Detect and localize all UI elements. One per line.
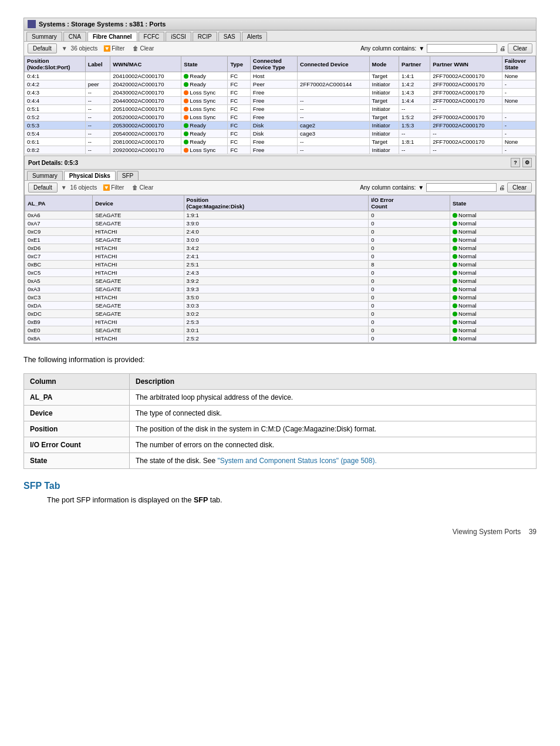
disk-cell-state: Normal xyxy=(450,211,535,220)
detail-filter-button[interactable]: 🔽 Filter xyxy=(100,184,126,191)
table-row[interactable]: 0:5:2 -- 20520002AC000170 Loss Sync FC F… xyxy=(25,113,536,121)
status-dot xyxy=(453,238,457,242)
detail-tab-physical-disks[interactable]: Physical Disks xyxy=(64,171,116,180)
disk-cell-alpa: 0xC5 xyxy=(25,269,93,277)
disk-cell-io-error: 0 xyxy=(369,252,450,261)
table-row[interactable]: 0xA5 SEAGATE 3:9:2 0 Normal xyxy=(25,277,535,285)
table-row[interactable]: 0xD6 HITACHI 3:4:2 0 Normal xyxy=(25,244,535,252)
disk-cell-state: Normal xyxy=(450,293,535,302)
detail-clear-button[interactable]: 🗑 Clear xyxy=(130,184,156,191)
cell-connected-type: Disk xyxy=(250,130,297,138)
disk-cell-io-error: 0 xyxy=(369,211,450,220)
table-row[interactable]: 0xDC SEAGATE 3:0:2 0 Normal xyxy=(25,310,535,318)
table-row[interactable]: 0xE1 SEAGATE 3:0:0 0 Normal xyxy=(25,236,535,244)
table-row[interactable]: 0xE0 SEAGATE 3:0:1 0 Normal xyxy=(25,326,535,335)
status-dot xyxy=(453,295,457,300)
cell-type: FC xyxy=(228,146,250,154)
detail-search-input[interactable] xyxy=(426,183,497,192)
status-dot-loss xyxy=(184,107,188,112)
tab-fibre-channel[interactable]: Fibre Channel xyxy=(87,32,137,41)
table-row[interactable]: 0:4:3 -- 20430002AC000170 Loss Sync FC F… xyxy=(25,89,536,97)
cell-mode: Initiator xyxy=(369,146,399,154)
cell-connected-device: cage3 xyxy=(298,130,369,138)
disk-cell-position: 3:9:0 xyxy=(184,220,369,228)
disk-col-device: Device xyxy=(93,195,184,211)
cell-partner: 1:5:3 xyxy=(399,121,430,130)
cell-label: -- xyxy=(85,138,110,146)
table-row[interactable]: 0xA7 SEAGATE 3:9:0 0 Normal xyxy=(25,220,535,228)
clear-button[interactable]: 🗑 Clear xyxy=(130,45,156,52)
detail-tab-summary[interactable]: Summary xyxy=(27,171,63,180)
table-row[interactable]: 0xDA SEAGATE 3:0:3 0 Normal xyxy=(25,302,535,310)
detail-printer-icon: 🖨 xyxy=(499,184,505,191)
table-row[interactable]: 0xC3 HITACHI 3:5:0 0 Normal xyxy=(25,293,535,302)
table-row[interactable]: 0:5:3 -- 20530002AC000170 Ready FC Disk … xyxy=(25,121,536,130)
disk-cell-alpa: 0xBC xyxy=(25,261,93,269)
disk-cell-device: HITACHI xyxy=(93,269,184,277)
disk-cell-alpa: 0xC3 xyxy=(25,293,93,302)
default-button[interactable]: Default xyxy=(28,43,57,53)
status-icons-link[interactable]: "System and Component Status Icons" (pag… xyxy=(217,457,376,465)
table-row[interactable]: 0:4:2 peer 20420002AC000170 Ready FC Pee… xyxy=(25,80,536,89)
any-column-label: Any column contains: xyxy=(360,45,416,52)
col-header-mode: Mode xyxy=(369,56,399,72)
disk-cell-alpa: 0xA7 xyxy=(25,220,93,228)
tab-summary[interactable]: Summary xyxy=(26,32,62,41)
disk-cell-position: 3:0:2 xyxy=(184,310,369,318)
cell-label: -- xyxy=(85,146,110,154)
tab-iscsi[interactable]: iSCSI xyxy=(166,32,191,41)
table-row[interactable]: 0:4:4 -- 20440002AC000170 Loss Sync FC F… xyxy=(25,97,536,105)
table-row[interactable]: 0:8:2 -- 20920002AC000170 Loss Sync FC F… xyxy=(25,146,536,154)
table-row[interactable]: 0xC5 HITACHI 2:4:3 0 Normal xyxy=(25,269,535,277)
search-input[interactable] xyxy=(427,44,497,53)
clear-right-button[interactable]: Clear xyxy=(508,43,532,53)
cell-mode: Initiator xyxy=(369,121,399,130)
table-row[interactable]: 0:5:1 -- 20510002AC000170 Loss Sync FC F… xyxy=(25,105,536,113)
table-row[interactable]: 0xC7 HITACHI 2:4:1 0 Normal xyxy=(25,252,535,261)
port-details-title: Port Details: 0:5:3 xyxy=(28,160,78,166)
table-row[interactable]: 0:6:1 -- 20810002AC000170 Ready FC Free … xyxy=(25,138,536,146)
table-row[interactable]: 0x8A HITACHI 2:5:2 0 Normal xyxy=(25,335,535,343)
table-row[interactable]: 0xA3 SEAGATE 3:9:3 0 Normal xyxy=(25,285,535,293)
cell-failover: - xyxy=(502,80,535,89)
status-dot xyxy=(453,287,457,292)
tab-alerts[interactable]: Alerts xyxy=(242,32,268,41)
main-toolbar: Default ▼ 36 objects 🔽 Filter 🗑 Clear An… xyxy=(24,42,536,56)
tab-sas[interactable]: SAS xyxy=(218,32,241,41)
tab-cna[interactable]: CNA xyxy=(63,32,86,41)
cell-connected-type: Peer xyxy=(250,80,297,89)
detail-default-button[interactable]: Default xyxy=(28,183,58,193)
status-dot xyxy=(453,320,457,325)
table-row[interactable]: 0xA6 SEAGATE 1:9:1 0 Normal xyxy=(25,211,535,220)
settings-icon[interactable]: ⚙ xyxy=(522,158,532,167)
cell-position: 0:5:4 xyxy=(25,130,86,138)
clear-icon: 🗑 xyxy=(133,45,139,52)
status-dot xyxy=(453,254,457,259)
table-row[interactable]: 0:5:4 -- 20540002AC000170 Ready FC Disk … xyxy=(25,130,536,138)
table-row[interactable]: 0:4:1 20410002AC000170 Ready FC Host Tar… xyxy=(25,72,536,80)
table-row[interactable]: 0xBC HITACHI 2:5:1 8 Normal xyxy=(25,261,535,269)
cell-failover: None xyxy=(502,72,535,80)
detail-tab-sfp[interactable]: SFP xyxy=(117,171,139,180)
help-icon[interactable]: ? xyxy=(511,158,520,167)
disk-cell-position: 2:5:2 xyxy=(184,335,369,343)
table-row[interactable]: 0xB9 HITACHI 2:5:3 0 Normal xyxy=(25,318,535,326)
status-dot-loss xyxy=(184,115,188,120)
disk-cell-io-error: 0 xyxy=(369,302,450,310)
disk-col-io-error: I/O ErrorCount xyxy=(369,195,450,211)
table-row[interactable]: 0xC9 HITACHI 2:4:0 0 Normal xyxy=(25,228,535,236)
detail-clear-right-button[interactable]: Clear xyxy=(507,183,532,193)
desc-cell-column: Device xyxy=(24,406,130,421)
desc-cell-column: State xyxy=(24,453,130,469)
filter-button[interactable]: 🔽 Filter xyxy=(101,45,127,52)
cell-mode: Target xyxy=(369,72,399,80)
disk-cell-state: Normal xyxy=(450,335,535,343)
disk-cell-state: Normal xyxy=(450,252,535,261)
detail-object-count: 16 objects xyxy=(70,184,97,191)
cell-connected-type: Free xyxy=(250,146,297,154)
col-header-connected-device: Connected Device xyxy=(298,56,369,72)
tab-fcfc[interactable]: FCFC xyxy=(139,32,165,41)
tab-rcip[interactable]: RCIP xyxy=(193,32,217,41)
disk-cell-io-error: 0 xyxy=(369,326,450,335)
detail-clear-icon: 🗑 xyxy=(132,184,138,191)
